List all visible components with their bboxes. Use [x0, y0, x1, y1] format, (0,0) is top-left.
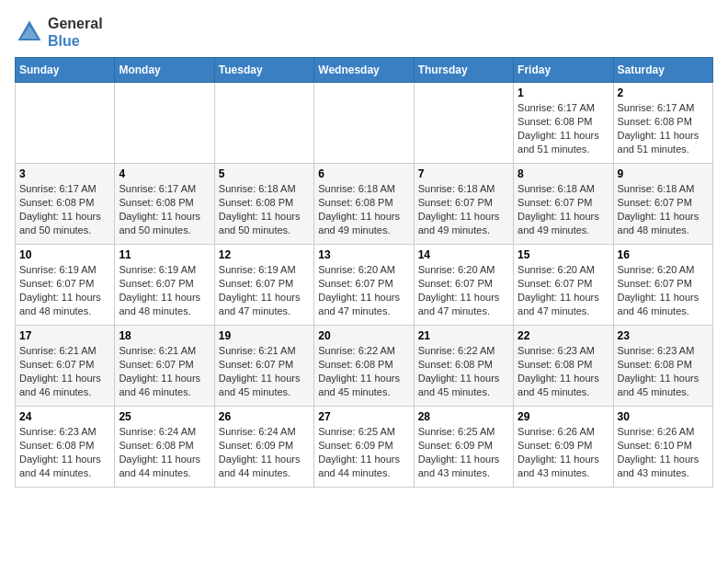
sunset-text: Sunset: 6:08 PM [418, 359, 493, 370]
sunset-text: Sunset: 6:08 PM [618, 359, 692, 370]
calendar-cell [314, 83, 414, 164]
daylight-text: Daylight: 11 hours and 46 minutes. [618, 292, 700, 316]
sunrise-text: Sunrise: 6:22 AM [318, 345, 395, 356]
day-info: Sunrise: 6:23 AM Sunset: 6:08 PM Dayligh… [518, 344, 609, 398]
calendar-cell: 23 Sunrise: 6:23 AM Sunset: 6:08 PM Dayl… [613, 326, 712, 407]
day-number: 6 [318, 167, 409, 180]
daylight-text: Daylight: 11 hours and 45 minutes. [418, 373, 500, 397]
sunrise-text: Sunrise: 6:24 AM [219, 426, 296, 437]
day-number: 10 [19, 248, 110, 261]
day-number: 22 [518, 329, 609, 342]
sunset-text: Sunset: 6:07 PM [418, 278, 493, 289]
sunset-text: Sunset: 6:08 PM [19, 440, 94, 451]
sunrise-text: Sunrise: 6:17 AM [19, 183, 97, 194]
calendar-table: SundayMondayTuesdayWednesdayThursdayFrid… [15, 57, 713, 488]
day-number: 9 [618, 167, 709, 180]
daylight-text: Daylight: 11 hours and 46 minutes. [119, 373, 200, 397]
daylight-text: Daylight: 11 hours and 47 minutes. [518, 292, 599, 316]
sunset-text: Sunset: 6:08 PM [618, 116, 692, 127]
col-header-saturday: Saturday [613, 58, 712, 83]
calendar-week-row: 10 Sunrise: 6:19 AM Sunset: 6:07 PM Dayl… [16, 245, 713, 326]
daylight-text: Daylight: 11 hours and 48 minutes. [618, 211, 700, 236]
day-info: Sunrise: 6:17 AM Sunset: 6:08 PM Dayligh… [119, 182, 210, 236]
sunrise-text: Sunrise: 6:17 AM [618, 102, 695, 113]
sunrise-text: Sunrise: 6:18 AM [219, 183, 296, 194]
day-info: Sunrise: 6:24 AM Sunset: 6:09 PM Dayligh… [219, 425, 310, 479]
logo: General Blue [15, 15, 103, 50]
day-number: 14 [418, 248, 509, 261]
sunrise-text: Sunrise: 6:18 AM [418, 183, 495, 194]
sunset-text: Sunset: 6:08 PM [219, 197, 293, 208]
calendar-cell: 30 Sunrise: 6:26 AM Sunset: 6:10 PM Dayl… [613, 407, 712, 488]
day-number: 8 [518, 167, 609, 180]
calendar-cell: 16 Sunrise: 6:20 AM Sunset: 6:07 PM Dayl… [613, 245, 712, 326]
sunset-text: Sunset: 6:07 PM [19, 278, 94, 289]
sunrise-text: Sunrise: 6:17 AM [518, 102, 595, 113]
sunrise-text: Sunrise: 6:19 AM [119, 264, 196, 275]
calendar-cell: 3 Sunrise: 6:17 AM Sunset: 6:08 PM Dayli… [16, 164, 115, 245]
day-number: 30 [618, 410, 709, 423]
day-info: Sunrise: 6:17 AM Sunset: 6:08 PM Dayligh… [518, 101, 609, 155]
daylight-text: Daylight: 11 hours and 47 minutes. [318, 292, 400, 316]
sunset-text: Sunset: 6:09 PM [318, 440, 392, 451]
sunrise-text: Sunrise: 6:18 AM [618, 183, 695, 194]
day-info: Sunrise: 6:21 AM Sunset: 6:07 PM Dayligh… [19, 344, 110, 398]
day-number: 29 [518, 410, 609, 423]
calendar-header-row: SundayMondayTuesdayWednesdayThursdayFrid… [16, 58, 713, 83]
sunset-text: Sunset: 6:07 PM [318, 278, 392, 289]
logo-text: General Blue [48, 15, 103, 50]
day-info: Sunrise: 6:18 AM Sunset: 6:07 PM Dayligh… [618, 182, 709, 236]
day-info: Sunrise: 6:18 AM Sunset: 6:07 PM Dayligh… [518, 182, 609, 236]
daylight-text: Daylight: 11 hours and 51 minutes. [618, 130, 700, 155]
calendar-cell: 21 Sunrise: 6:22 AM Sunset: 6:08 PM Dayl… [414, 326, 513, 407]
daylight-text: Daylight: 11 hours and 45 minutes. [318, 373, 400, 397]
sunrise-text: Sunrise: 6:20 AM [518, 264, 595, 275]
sunset-text: Sunset: 6:08 PM [518, 116, 592, 127]
calendar-cell [115, 83, 214, 164]
day-info: Sunrise: 6:19 AM Sunset: 6:07 PM Dayligh… [119, 263, 210, 317]
day-number: 7 [418, 167, 509, 180]
day-number: 28 [418, 410, 509, 423]
calendar-cell [214, 83, 313, 164]
col-header-monday: Monday [115, 58, 214, 83]
day-number: 19 [219, 329, 310, 342]
day-info: Sunrise: 6:23 AM Sunset: 6:08 PM Dayligh… [19, 425, 110, 479]
sunrise-text: Sunrise: 6:21 AM [219, 345, 296, 356]
daylight-text: Daylight: 11 hours and 44 minutes. [219, 454, 301, 478]
day-info: Sunrise: 6:26 AM Sunset: 6:09 PM Dayligh… [518, 425, 609, 479]
sunset-text: Sunset: 6:08 PM [518, 359, 592, 370]
day-number: 16 [618, 248, 709, 261]
sunset-text: Sunset: 6:09 PM [518, 440, 592, 451]
calendar-cell [16, 83, 115, 164]
day-number: 1 [518, 86, 609, 99]
daylight-text: Daylight: 11 hours and 49 minutes. [418, 211, 500, 236]
day-number: 12 [219, 248, 310, 261]
day-number: 21 [418, 329, 509, 342]
sunrise-text: Sunrise: 6:21 AM [119, 345, 196, 356]
day-info: Sunrise: 6:17 AM Sunset: 6:08 PM Dayligh… [618, 101, 709, 155]
sunrise-text: Sunrise: 6:24 AM [119, 426, 196, 437]
col-header-wednesday: Wednesday [314, 58, 414, 83]
calendar-cell: 27 Sunrise: 6:25 AM Sunset: 6:09 PM Dayl… [314, 407, 414, 488]
daylight-text: Daylight: 11 hours and 48 minutes. [19, 292, 101, 316]
daylight-text: Daylight: 11 hours and 50 minutes. [219, 211, 301, 236]
daylight-text: Daylight: 11 hours and 47 minutes. [418, 292, 500, 316]
sunrise-text: Sunrise: 6:19 AM [219, 264, 296, 275]
day-number: 17 [19, 329, 110, 342]
day-info: Sunrise: 6:19 AM Sunset: 6:07 PM Dayligh… [219, 263, 310, 317]
day-number: 4 [119, 167, 210, 180]
day-info: Sunrise: 6:23 AM Sunset: 6:08 PM Dayligh… [618, 344, 709, 398]
sunrise-text: Sunrise: 6:18 AM [318, 183, 395, 194]
day-number: 27 [318, 410, 409, 423]
calendar-cell: 12 Sunrise: 6:19 AM Sunset: 6:07 PM Dayl… [214, 245, 313, 326]
sunrise-text: Sunrise: 6:20 AM [618, 264, 695, 275]
day-number: 15 [518, 248, 609, 261]
day-number: 25 [119, 410, 210, 423]
day-info: Sunrise: 6:18 AM Sunset: 6:08 PM Dayligh… [219, 182, 310, 236]
calendar-cell: 25 Sunrise: 6:24 AM Sunset: 6:08 PM Dayl… [115, 407, 214, 488]
daylight-text: Daylight: 11 hours and 45 minutes. [518, 373, 599, 397]
sunset-text: Sunset: 6:07 PM [119, 359, 193, 370]
daylight-text: Daylight: 11 hours and 45 minutes. [618, 373, 700, 397]
daylight-text: Daylight: 11 hours and 51 minutes. [518, 130, 599, 155]
sunrise-text: Sunrise: 6:17 AM [119, 183, 196, 194]
